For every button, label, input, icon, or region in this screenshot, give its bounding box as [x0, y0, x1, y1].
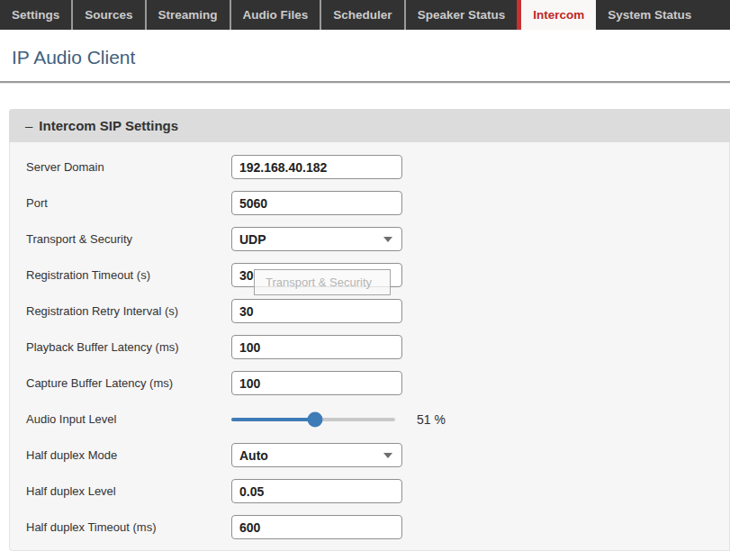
field-control — [231, 371, 402, 395]
panel-header[interactable]: –Intercom SIP Settings — [9, 109, 730, 142]
chevron-down-icon — [383, 453, 392, 458]
input-half-duplex-timeout-ms[interactable] — [231, 515, 402, 539]
field-row-half-duplex-mode: Half duplex ModeAuto — [26, 443, 729, 467]
tab-scheduler[interactable]: Scheduler — [320, 0, 403, 30]
tab-intercom[interactable]: Intercom — [517, 0, 596, 30]
field-row-capture-buffer-latency-ms: Capture Buffer Latency (ms) — [26, 371, 729, 395]
field-label: Playback Buffer Latency (ms) — [26, 340, 231, 354]
slider-track[interactable] — [231, 418, 395, 421]
field-row-port: Port — [26, 191, 729, 215]
tab-system-status[interactable]: System Status — [596, 0, 703, 30]
input-port[interactable] — [231, 191, 402, 215]
field-row-registration-timeout-s: Registration Timeout (s)Transport & Secu… — [26, 263, 729, 287]
select-value: UDP — [239, 232, 266, 247]
field-label: Transport & Security — [26, 232, 231, 246]
tab-speaker-status[interactable]: Speaker Status — [404, 0, 518, 30]
divider — [0, 81, 730, 84]
slider-knob[interactable] — [307, 411, 322, 427]
field-label: Port — [26, 196, 231, 210]
chevron-down-icon — [383, 237, 392, 242]
field-control: UDP — [231, 227, 402, 251]
field-row-transport-security: Transport & SecurityUDP — [26, 227, 729, 251]
field-row-server-domain: Server Domain — [26, 155, 729, 179]
collapse-icon[interactable]: – — [25, 118, 32, 133]
field-label: Audio Input Level — [26, 412, 231, 426]
field-label: Half duplex Level — [26, 484, 231, 498]
field-control: Transport & Security — [231, 263, 402, 287]
sip-settings-form: Server DomainPortTransport & SecurityUDP… — [9, 142, 730, 551]
field-row-half-duplex-level: Half duplex Level — [26, 479, 729, 503]
field-row-registration-retry-interval-s: Registration Retry Interval (s) — [26, 299, 729, 323]
field-control — [231, 155, 402, 179]
panel-title: Intercom SIP Settings — [39, 118, 178, 133]
field-control: Auto — [231, 443, 402, 467]
tab-bar: SettingsSourcesStreamingAudio FilesSched… — [0, 0, 730, 30]
field-row-audio-input-level: Audio Input Level51 % — [26, 407, 729, 431]
tooltip-ghost: Transport & Security — [254, 269, 391, 295]
tab-settings[interactable]: Settings — [0, 0, 71, 30]
field-label: Registration Retry Interval (s) — [26, 304, 231, 318]
select-value: Auto — [239, 448, 268, 463]
page-title: IP Audio Client — [12, 46, 730, 68]
select-half-duplex-mode[interactable]: Auto — [231, 443, 402, 467]
intercom-sip-settings-panel: –Intercom SIP Settings Server DomainPort… — [9, 109, 730, 551]
input-playback-buffer-latency-ms[interactable] — [231, 335, 402, 359]
input-registration-retry-interval-s[interactable] — [231, 299, 402, 323]
field-control — [231, 191, 402, 215]
field-label: Capture Buffer Latency (ms) — [26, 376, 231, 390]
slider-fill — [231, 418, 315, 421]
field-row-half-duplex-timeout-ms: Half duplex Timeout (ms) — [26, 515, 729, 539]
field-label: Registration Timeout (s) — [26, 268, 231, 282]
field-label: Half duplex Timeout (ms) — [26, 520, 231, 534]
field-control — [231, 515, 402, 539]
field-control — [231, 479, 402, 503]
audio-input-level-slider[interactable] — [231, 407, 395, 431]
tab-streaming[interactable]: Streaming — [145, 0, 230, 30]
tab-audio-files[interactable]: Audio Files — [230, 0, 320, 30]
field-control — [231, 335, 402, 359]
select-transport-security[interactable]: UDP — [231, 227, 402, 251]
slider-value-label: 51 % — [417, 412, 446, 427]
field-row-playback-buffer-latency-ms: Playback Buffer Latency (ms) — [26, 335, 729, 359]
input-capture-buffer-latency-ms[interactable] — [231, 371, 402, 395]
field-label: Server Domain — [26, 160, 231, 174]
tab-sources[interactable]: Sources — [71, 0, 144, 30]
field-control: 51 % — [231, 407, 446, 431]
input-half-duplex-level[interactable] — [231, 479, 402, 503]
field-control — [231, 299, 402, 323]
field-label: Half duplex Mode — [26, 448, 231, 462]
input-server-domain[interactable] — [231, 155, 402, 179]
